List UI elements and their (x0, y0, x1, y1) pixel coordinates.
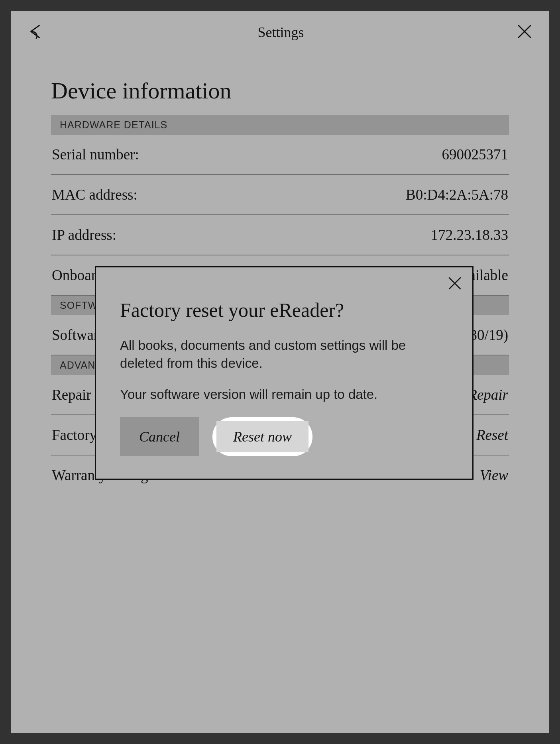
mac-label: MAC address: (52, 186, 138, 203)
topbar: Settings (11, 11, 549, 49)
reset-now-highlight: Reset now (212, 417, 312, 456)
ip-value: 172.23.18.33 (431, 226, 508, 243)
row-ip: IP address: 172.23.18.33 (51, 215, 509, 255)
back-button[interactable] (27, 22, 45, 42)
ip-label: IP address: (52, 226, 116, 243)
dialog-title: Factory reset your eReader? (120, 298, 448, 322)
reset-now-button[interactable]: Reset now (216, 421, 308, 452)
dialog-close-button[interactable] (448, 276, 462, 292)
serial-label: Serial number: (52, 146, 139, 163)
row-serial: Serial number: 690025371 (51, 135, 509, 175)
factory-action[interactable]: Reset (476, 426, 508, 444)
serial-value: 690025371 (442, 146, 509, 163)
back-arrow-icon (27, 22, 45, 41)
row-mac: MAC address: B0:D4:2A:5A:78 (51, 175, 509, 215)
cancel-button[interactable]: Cancel (120, 417, 199, 456)
section-hardware-header: HARDWARE DETAILS (51, 115, 509, 135)
screen: Settings Device information HARDWARE DET… (11, 11, 549, 733)
dialog-body: All books, documents and custom settings… (120, 337, 448, 404)
repair-action[interactable]: Repair (468, 386, 508, 403)
factory-reset-dialog: Factory reset your eReader? All books, d… (95, 266, 474, 480)
page-header-title: Settings (257, 24, 304, 41)
device-frame: Settings Device information HARDWARE DET… (0, 0, 560, 744)
dialog-text-1: All books, documents and custom settings… (120, 337, 447, 372)
dialog-actions: Cancel Reset now (120, 417, 448, 456)
mac-value: B0:D4:2A:5A:78 (406, 186, 508, 203)
warranty-action[interactable]: View (480, 467, 508, 484)
page-title: Device information (11, 49, 549, 115)
close-settings-button[interactable] (516, 23, 533, 41)
dialog-text-2: Your software version will remain up to … (120, 386, 447, 404)
close-icon (516, 23, 533, 40)
close-icon (448, 276, 462, 291)
